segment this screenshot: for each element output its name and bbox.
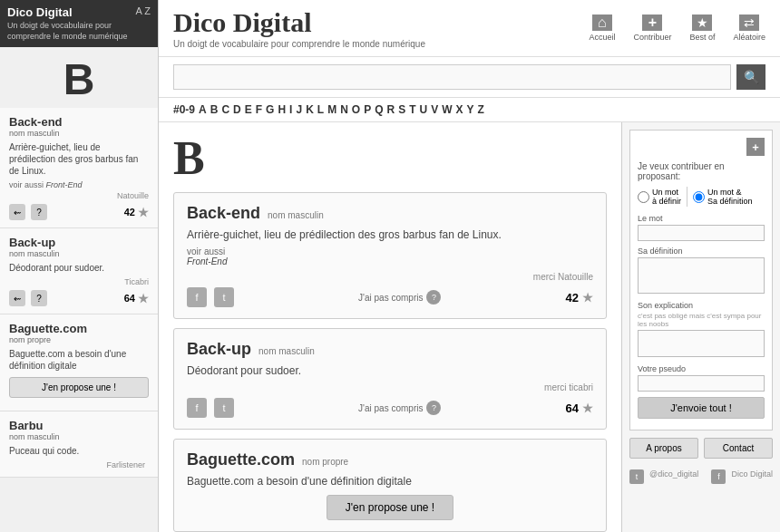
not-understood[interactable]: J'ai pas compris ? bbox=[358, 290, 441, 305]
apropos-button[interactable]: A propos bbox=[629, 438, 698, 459]
sidebar-see-link[interactable]: Front-End bbox=[46, 180, 83, 189]
nav-aleatoire[interactable]: Aléatoire bbox=[733, 15, 765, 42]
alpha-Y[interactable]: Y bbox=[467, 103, 474, 116]
alpha-N[interactable]: N bbox=[340, 103, 348, 116]
def-see: voir aussiFront-End bbox=[187, 247, 593, 266]
footer-facebook: f Dico Digital bbox=[711, 469, 773, 484]
star-icon[interactable]: ★ bbox=[138, 206, 149, 219]
share-icon[interactable]: ⇜ bbox=[9, 290, 25, 306]
sidebar-entry-title[interactable]: Back-up bbox=[9, 236, 149, 249]
contact-button[interactable]: Contact bbox=[704, 438, 773, 459]
alpha-U[interactable]: U bbox=[420, 103, 428, 116]
site-title[interactable]: Dico Digital bbox=[173, 7, 589, 38]
sidebar-vote: 64 ★ bbox=[124, 292, 149, 305]
sidebar-entry-type: nom masculin bbox=[9, 249, 149, 258]
alpha-T[interactable]: T bbox=[409, 103, 415, 116]
alpha-O[interactable]: O bbox=[352, 103, 360, 116]
field-le-mot[interactable] bbox=[638, 225, 765, 241]
alpha-L[interactable]: L bbox=[317, 103, 324, 116]
sidebar-title: Dico Digital bbox=[7, 5, 132, 19]
right-footer: t @dico_digital f Dico Digital bbox=[629, 466, 773, 488]
alpha-I[interactable]: I bbox=[289, 103, 292, 116]
alpha-W[interactable]: W bbox=[442, 103, 452, 116]
def-author: merci ticabri bbox=[187, 382, 593, 392]
sidebar-propose-button[interactable]: J'en propose une ! bbox=[9, 377, 149, 398]
sidebar-entry-title[interactable]: Back-end bbox=[9, 115, 149, 129]
field-expl-hint: c'est pas obligé mais c'est sympa pour l… bbox=[638, 312, 765, 328]
alpha-Z[interactable]: Z bbox=[478, 103, 484, 116]
alpha-H[interactable]: H bbox=[278, 103, 286, 116]
field-son-explication[interactable] bbox=[638, 330, 765, 357]
alpha-X[interactable]: X bbox=[456, 103, 463, 116]
def-type: nom masculin bbox=[258, 346, 315, 356]
nav-bestof[interactable]: Best of bbox=[689, 15, 715, 42]
search-button[interactable]: 🔍 bbox=[736, 64, 765, 90]
question-icon[interactable]: ? bbox=[31, 204, 47, 220]
def-social: f t bbox=[187, 398, 234, 418]
twitter-icon[interactable]: t bbox=[214, 287, 234, 307]
field-label-pseudo: Votre pseudo bbox=[638, 364, 765, 373]
sidebar-az[interactable]: A Z bbox=[135, 5, 151, 16]
nav-accueil[interactable]: Accueil bbox=[589, 15, 615, 42]
sidebar-entry-author: Ticabri bbox=[9, 277, 149, 286]
facebook-icon[interactable]: f bbox=[187, 287, 207, 307]
sidebar-entry-type: nom masculin bbox=[9, 432, 149, 441]
field-pseudo[interactable] bbox=[638, 375, 765, 392]
alpha-P[interactable]: P bbox=[364, 103, 371, 116]
footer-facebook-icon[interactable]: f bbox=[711, 469, 726, 484]
field-sa-definition[interactable] bbox=[638, 257, 765, 294]
alpha-J[interactable]: J bbox=[296, 103, 302, 116]
alpha-E[interactable]: E bbox=[245, 103, 252, 116]
footer-twitter-icon[interactable]: t bbox=[629, 469, 644, 484]
submit-button[interactable]: J'envoie tout ! bbox=[638, 397, 765, 419]
vote-count: 64 bbox=[124, 293, 135, 304]
star-icon[interactable]: ★ bbox=[582, 291, 593, 305]
question-icon[interactable]: ? bbox=[426, 290, 441, 305]
radio-mot[interactable]: Un motà définir bbox=[638, 188, 681, 206]
field-label-def: Sa définition bbox=[638, 247, 765, 256]
radio-both[interactable]: Un mot &Sa définition bbox=[693, 188, 753, 206]
alpha-C[interactable]: C bbox=[221, 103, 229, 116]
def-card-backup: Back-up nom masculin Déodorant pour sudo… bbox=[173, 328, 607, 430]
def-see-link[interactable]: Front-End bbox=[187, 256, 227, 266]
alpha-B[interactable]: B bbox=[210, 103, 219, 116]
twitter-icon[interactable]: t bbox=[214, 398, 234, 418]
sidebar-entry-title[interactable]: Baguette.com bbox=[9, 322, 149, 335]
alpha-F[interactable]: F bbox=[256, 103, 262, 116]
def-card-baguette: Baguette.com nom propre Baguette.com a b… bbox=[173, 439, 607, 532]
not-understood[interactable]: J'ai pas compris ? bbox=[358, 401, 441, 415]
alpha-K[interactable]: K bbox=[306, 103, 314, 116]
question-icon[interactable]: ? bbox=[31, 290, 47, 306]
contribute-plus-icon[interactable]: + bbox=[746, 138, 765, 156]
field-label-mot: Le mot bbox=[638, 214, 765, 223]
share-icon[interactable]: ⇜ bbox=[9, 204, 25, 220]
sidebar-header: Dico Digital Un doigt de vocabulaire pou… bbox=[0, 0, 158, 47]
alpha-A[interactable]: A bbox=[199, 103, 207, 116]
def-title[interactable]: Back-up bbox=[187, 340, 251, 359]
right-sidebar: + Je veux contribuer en proposant: Un mo… bbox=[621, 122, 780, 532]
facebook-icon[interactable]: f bbox=[187, 398, 207, 418]
alpha-D[interactable]: D bbox=[233, 103, 241, 116]
alpha-G[interactable]: G bbox=[266, 103, 274, 116]
sidebar-entry-title[interactable]: Barbu bbox=[9, 419, 149, 432]
nav-contribuer[interactable]: Contribuer bbox=[633, 15, 671, 42]
alpha-S[interactable]: S bbox=[398, 103, 405, 116]
alpha-R[interactable]: R bbox=[387, 103, 395, 116]
def-title[interactable]: Back-end bbox=[187, 204, 260, 223]
alpha-Q[interactable]: Q bbox=[375, 103, 383, 116]
sidebar-entry-desc: Arrière-guichet, lieu de prédilection de… bbox=[9, 141, 149, 177]
def-vote: 42 ★ bbox=[566, 291, 593, 305]
sidebar-entry-barbu: Barbu nom masculin Puceau qui code. Farl… bbox=[0, 411, 158, 478]
radio-both-input[interactable] bbox=[693, 191, 705, 203]
star-icon[interactable]: ★ bbox=[582, 401, 593, 415]
propose-button[interactable]: J'en propose une ! bbox=[327, 495, 453, 520]
search-input[interactable] bbox=[173, 64, 731, 90]
def-card-backend: Back-end nom masculin Arrière-guichet, l… bbox=[173, 192, 607, 319]
alpha-M[interactable]: M bbox=[327, 103, 336, 116]
def-title[interactable]: Baguette.com bbox=[187, 450, 295, 469]
alpha-09[interactable]: #0-9 bbox=[173, 103, 195, 116]
question-icon[interactable]: ? bbox=[426, 401, 441, 415]
alpha-V[interactable]: V bbox=[431, 103, 438, 116]
radio-mot-input[interactable] bbox=[638, 191, 649, 203]
star-icon[interactable]: ★ bbox=[138, 292, 149, 305]
